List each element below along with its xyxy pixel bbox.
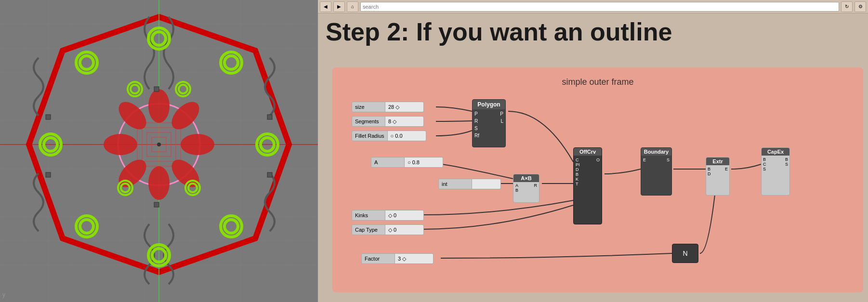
captype-label: Cap Type [352, 224, 385, 235]
search-input[interactable] [360, 2, 839, 12]
fillet-label: Fillet Radius [352, 131, 388, 141]
polygon-port-p-in: P [474, 111, 479, 117]
capex-port-c: C [763, 162, 766, 167]
svg-rect-74 [46, 172, 51, 177]
extr-port-d: D [708, 171, 711, 176]
boundary-port-e: E [643, 158, 646, 162]
int-input-node: int [438, 179, 501, 189]
segments-label: Segments [352, 116, 385, 127]
nodes-container: size 28 ◇ Segments 8 ◇ Fillet Radius ○ 0… [342, 94, 854, 281]
polygon-port-rf-in: Rf [474, 133, 479, 138]
a-label: A [371, 157, 405, 168]
right-panel: ◀ ▶ ⌂ ↻ ⚙ Step 2: If you want an outline… [318, 0, 868, 302]
axb-port-r: R [534, 183, 538, 188]
offcrv-port-pi: PI [576, 162, 580, 167]
captype-input-node: Cap Type ◇ 0 [352, 224, 424, 235]
boundary-title: Boundary [641, 148, 671, 156]
kinks-value[interactable]: ◇ 0 [385, 210, 424, 221]
fillet-value[interactable]: ○ 0.0 [388, 131, 426, 141]
int-value[interactable] [472, 179, 501, 189]
extr-title: Extr [706, 158, 729, 165]
polygon-port-l-out: L [500, 118, 503, 124]
offcrv-node: OffCrv C PI D B K T O [573, 147, 602, 224]
refresh-button[interactable]: ↻ [841, 1, 853, 12]
a-value[interactable]: ○ 0.8 [405, 157, 443, 168]
extr-port-b: B [708, 167, 711, 171]
svg-point-42 [181, 134, 214, 155]
viewport-canvas: y [0, 0, 318, 302]
factor-value[interactable]: 3 ◇ [395, 253, 434, 264]
n-node-label: N [683, 249, 687, 257]
forward-button[interactable]: ▶ [333, 1, 345, 12]
boundary-port-s: S [667, 158, 670, 162]
extr-port-e: E [725, 167, 728, 176]
factor-label: Factor [361, 253, 395, 264]
int-label: int [438, 179, 472, 189]
offcrv-port-t: T [576, 182, 580, 186]
capex-title: CapEx [762, 148, 789, 156]
axb-port-b: B [515, 188, 518, 193]
polygon-port-p-out: P [500, 111, 503, 117]
svg-rect-75 [267, 172, 272, 177]
n-node: N [672, 244, 698, 263]
size-input-node: size 28 ◇ [352, 102, 424, 112]
axb-port-a: A [515, 183, 518, 188]
svg-rect-71 [154, 87, 159, 92]
axb-node: A×B A B R [513, 174, 539, 203]
offcrv-port-b: B [576, 172, 580, 177]
svg-point-40 [148, 166, 170, 200]
extr-node: Extr B D E [706, 157, 730, 196]
offcrv-port-c: C [576, 158, 580, 162]
frame-label: simple outer frame [342, 77, 854, 87]
captype-value[interactable]: ◇ 0 [385, 224, 424, 235]
factor-input-node: Factor 3 ◇ [361, 253, 434, 264]
offcrv-port-k: K [576, 177, 580, 182]
back-button[interactable]: ◀ [320, 1, 331, 12]
capex-port-s-in: S [763, 167, 766, 171]
viewport-panel: y [0, 0, 318, 302]
polygon-port-s-in: S [474, 126, 479, 131]
kinks-label: Kinks [352, 210, 385, 221]
polygon-port-r-in: R [474, 118, 479, 124]
fillet-input-node: Fillet Radius ○ 0.0 [352, 131, 426, 141]
svg-point-39 [148, 89, 170, 123]
boundary-node: Boundary E S [641, 147, 672, 196]
size-value[interactable]: 28 ◇ [385, 102, 424, 112]
settings-button[interactable]: ⚙ [855, 1, 866, 12]
polygon-node: Polygon P R S Rf P L [472, 99, 506, 147]
a-input-node: A ○ 0.8 [371, 157, 443, 168]
offcrv-port-d: D [576, 167, 580, 172]
size-label: size [352, 102, 385, 112]
kinks-input-node: Kinks ◇ 0 [352, 210, 424, 221]
capex-port-b-out: B [785, 157, 788, 162]
svg-rect-73 [267, 115, 272, 119]
polygon-node-title: Polygon [473, 100, 505, 109]
svg-rect-76 [154, 202, 159, 207]
segments-input-node: Segments 8 ◇ [352, 116, 424, 127]
axb-title: A×B [513, 174, 539, 182]
capex-node: CapEx B C S B S [761, 147, 790, 196]
svg-rect-72 [46, 115, 51, 119]
svg-point-41 [104, 134, 137, 155]
home-button[interactable]: ⌂ [347, 1, 358, 12]
offcrv-title: OffCrv [574, 148, 602, 156]
axis-label-y: y [2, 291, 5, 298]
capex-port-b-in: B [763, 157, 766, 162]
capex-port-s-out: S [785, 162, 788, 167]
offcrv-port-o: O [596, 158, 600, 186]
step-title: Step 2: If you want an outline [318, 13, 868, 50]
node-graph: simple outer frame [332, 67, 863, 292]
svg-point-38 [157, 143, 161, 146]
segments-value[interactable]: 8 ◇ [385, 116, 424, 127]
toolbar-strip: ◀ ▶ ⌂ ↻ ⚙ [318, 0, 868, 13]
